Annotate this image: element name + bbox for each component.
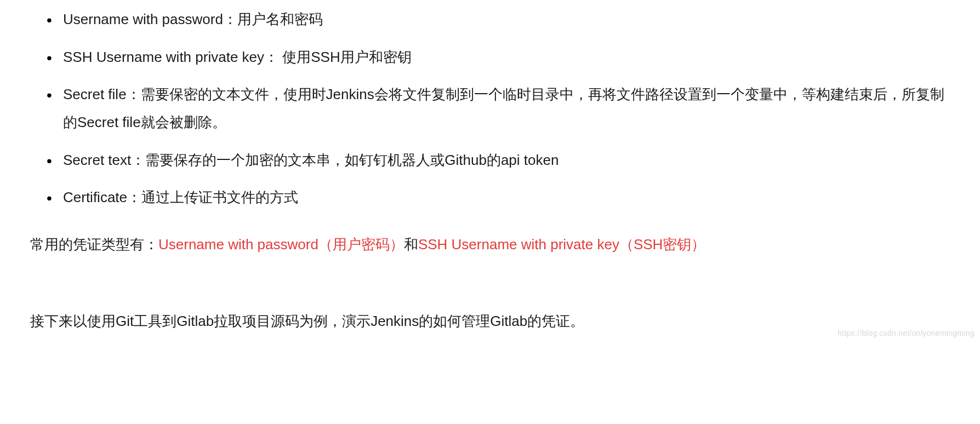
list-item-text: Secret text：需要保存的一个加密的文本串，如钉钉机器人或Github的… [63, 152, 559, 168]
summary-paragraph: 常用的凭证类型有：Username with password（用户密码）和SS… [30, 231, 950, 259]
list-item: Certificate：通过上传证书文件的方式 [47, 184, 950, 211]
list-item-text: Username with password：用户名和密码 [63, 11, 323, 27]
list-item: Secret text：需要保存的一个加密的文本串，如钉钉机器人或Github的… [47, 146, 950, 174]
list-item-text: Certificate：通过上传证书文件的方式 [63, 189, 298, 205]
watermark-text: https://blog.csdn.net/onlyonemingming [837, 326, 975, 341]
list-item: Username with password：用户名和密码 [47, 5, 950, 33]
summary-highlight-1: Username with password（用户密码） [158, 236, 404, 253]
list-item: Secret file：需要保密的文本文件，使用时Jenkins会将文件复制到一… [47, 81, 950, 136]
list-item-text: Secret file：需要保密的文本文件，使用时Jenkins会将文件复制到一… [63, 86, 944, 130]
list-item-text: SSH Username with private key： 使用SSH用户和密… [63, 49, 412, 65]
list-item: SSH Username with private key： 使用SSH用户和密… [47, 43, 950, 71]
summary-mid: 和 [404, 236, 418, 253]
next-step-paragraph: 接下来以使用Git工具到Gitlab拉取项目源码为例，演示Jenkins的如何管… [30, 308, 950, 335]
summary-prefix: 常用的凭证类型有： [30, 236, 158, 253]
credential-types-list: Username with password：用户名和密码 SSH Userna… [30, 5, 950, 211]
summary-highlight-2: SSH Username with private key（SSH密钥） [418, 236, 705, 253]
